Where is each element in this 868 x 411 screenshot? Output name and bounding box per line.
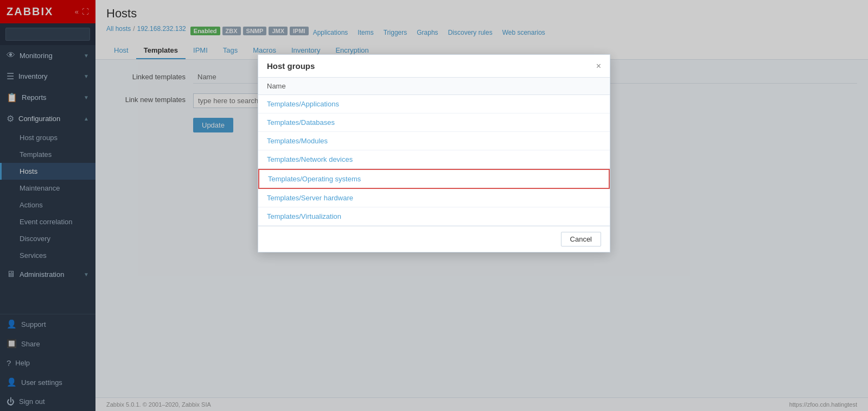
modal-col-name: Name (258, 78, 610, 95)
modal-title: Host groups (267, 61, 315, 71)
modal-header: Host groups × (258, 55, 610, 78)
modal-link-templates-server-hardware[interactable]: Templates/Server hardware (267, 194, 353, 202)
modal-body: Name Templates/Applications Templates/Da… (258, 78, 610, 226)
cancel-button[interactable]: Cancel (561, 232, 601, 246)
modal-link-templates-operating-systems[interactable]: Templates/Operating systems (268, 175, 361, 183)
modal-link-templates-virtualization[interactable]: Templates/Virtualization (267, 212, 341, 220)
modal-link-templates-network-devices[interactable]: Templates/Network devices (267, 155, 353, 163)
modal-item-templates-applications[interactable]: Templates/Applications (258, 95, 610, 113)
modal-overlay: Host groups × Name Templates/Application… (0, 0, 868, 411)
modal-item-templates-databases[interactable]: Templates/Databases (258, 113, 610, 132)
host-groups-modal: Host groups × Name Templates/Application… (258, 54, 610, 252)
modal-item-templates-network-devices[interactable]: Templates/Network devices (258, 150, 610, 169)
modal-link-templates-modules[interactable]: Templates/Modules (267, 137, 328, 145)
modal-close-button[interactable]: × (596, 62, 601, 71)
modal-footer: Cancel (258, 226, 610, 252)
modal-item-templates-virtualization[interactable]: Templates/Virtualization (258, 207, 610, 226)
modal-item-templates-server-hardware[interactable]: Templates/Server hardware (258, 189, 610, 207)
modal-link-templates-applications[interactable]: Templates/Applications (267, 100, 339, 108)
modal-item-templates-modules[interactable]: Templates/Modules (258, 132, 610, 150)
modal-item-templates-operating-systems[interactable]: Templates/Operating systems (258, 169, 610, 189)
modal-link-templates-databases[interactable]: Templates/Databases (267, 118, 335, 127)
